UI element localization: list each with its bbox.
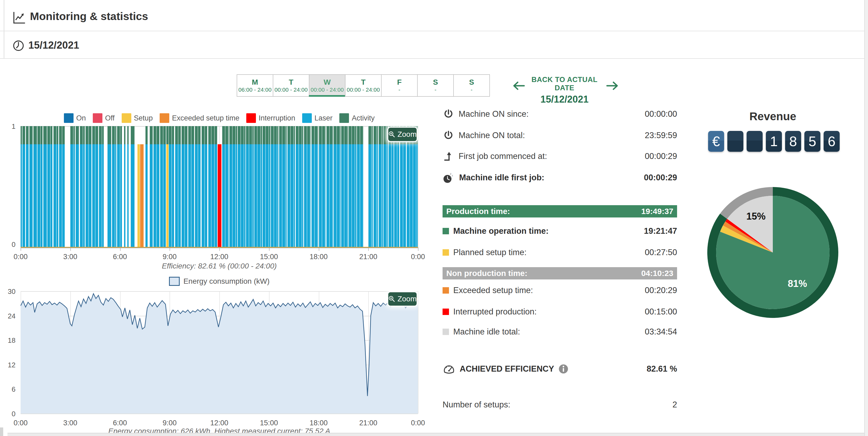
legend-label: Activity <box>352 114 375 122</box>
timeline-zoom-button[interactable]: Zoom <box>388 128 416 141</box>
week-day-2-w[interactable]: W00:00 - 24:00 <box>309 74 345 97</box>
legend-item-on: On <box>64 113 86 123</box>
stat-label: Interrupted production: <box>453 307 537 316</box>
legend-item-activity: Activity <box>339 113 375 123</box>
energy-zoom-button[interactable]: Zoom <box>388 292 416 306</box>
x-tick-label: 9:00 <box>163 419 177 427</box>
legend-swatch <box>246 113 256 123</box>
legend-item-exceeded-setup-time: Exceeded setup time <box>160 113 239 123</box>
week-day-hours: - <box>435 87 436 93</box>
back-to-actual-date-label: BACK TO ACTUAL DATE <box>528 76 601 92</box>
banner-label: Non production time: <box>446 269 527 278</box>
x-tick-label: 15:00 <box>260 253 278 261</box>
gauge-icon <box>442 363 455 375</box>
week-day-letter: F <box>397 78 402 87</box>
state-segment-p <box>208 126 217 248</box>
x-tick-label: 3:00 <box>63 253 77 261</box>
time-distribution-pie-chart <box>706 186 840 319</box>
idle-clock-icon: z z z <box>442 171 455 184</box>
week-day-6-s[interactable]: S- <box>453 74 490 97</box>
state-segment-p <box>107 126 111 248</box>
state-segment-p <box>23 126 25 248</box>
x-tick-label: 15:00 <box>260 419 278 427</box>
legend-item-laser: Laser <box>302 113 333 123</box>
stat-row-interrupted-production: Interrupted production: 00:15:00 <box>442 306 677 317</box>
legend-swatch <box>64 113 73 123</box>
x-tick-label: 3:00 <box>63 419 77 427</box>
vertical-scrollbar[interactable] <box>864 0 868 436</box>
pie-label-production: 81% <box>788 278 807 289</box>
page-title: Monitoring & statistics <box>30 10 148 23</box>
timeline-x-labels: 0:003:006:009:0012:0015:0018:0021:000:00 <box>21 253 418 262</box>
state-segment-p <box>374 126 378 248</box>
setup-baseline <box>21 247 418 248</box>
x-tick-label: 0:00 <box>411 419 425 427</box>
state-segment-p <box>175 126 181 248</box>
stat-value: 00:15:00 <box>645 307 677 316</box>
week-day-hours: - <box>471 87 472 93</box>
info-icon[interactable] <box>558 364 568 374</box>
legend-item-setup: Setup <box>122 113 153 123</box>
pie-label-idle: 15% <box>746 211 766 222</box>
stat-value: 00:00:29 <box>644 173 677 182</box>
state-segment-p <box>127 126 129 248</box>
next-day-arrow-icon[interactable] <box>606 80 619 91</box>
axis-tick <box>319 248 319 251</box>
week-day-0-m[interactable]: M06:00 - 24:00 <box>237 74 273 97</box>
back-to-actual-date-button[interactable]: BACK TO ACTUAL DATE 15/12/2021 <box>528 76 601 105</box>
stat-row-machine-operation-time: Machine operation time: 19:21:47 <box>442 225 677 237</box>
state-segment-p <box>146 126 148 248</box>
x-tick-label: 18:00 <box>310 253 328 261</box>
axis-tick <box>120 248 121 251</box>
state-segment-r <box>218 126 221 248</box>
previous-day-arrow-icon[interactable] <box>513 80 525 91</box>
state-segment-p <box>202 126 208 248</box>
state-segment-p <box>319 126 326 248</box>
energy-y-tick-label: 30 <box>5 288 16 296</box>
legend-label: On <box>76 114 86 122</box>
x-tick-label: 21:00 <box>359 419 377 427</box>
week-day-letter: T <box>361 78 366 87</box>
energy-chart <box>21 291 418 413</box>
week-day-1-t[interactable]: T00:00 - 24:00 <box>273 74 309 97</box>
operation-color-chip <box>442 228 449 234</box>
week-day-hours: 00:00 - 24:00 <box>275 87 308 93</box>
state-segment-p <box>188 126 194 248</box>
state-segment-sc <box>166 126 168 248</box>
energy-y-tick-label: 12 <box>5 361 16 369</box>
week-day-letter: M <box>252 78 258 87</box>
state-segment-p <box>37 126 42 248</box>
stat-value: 19:21:47 <box>644 226 677 236</box>
state-segment-p <box>271 126 278 248</box>
x-tick-label: 12:00 <box>210 419 228 427</box>
scrollbar-corner <box>0 428 3 436</box>
stat-value: 82.61 % <box>647 364 677 374</box>
stat-row-achieved-efficiency: ACHIEVED EFFICIENCY 82.61 % <box>442 362 677 376</box>
stat-label: Machine operation time: <box>453 226 549 236</box>
legend-label: Laser <box>314 114 333 122</box>
state-segment-p <box>287 126 295 248</box>
state-segment-p <box>369 126 373 248</box>
week-day-5-s[interactable]: S- <box>417 74 454 97</box>
revenue-digit-tile <box>747 131 763 152</box>
x-tick-label: 18:00 <box>310 419 328 427</box>
week-day-4-f[interactable]: F- <box>381 74 418 97</box>
exceeded-setup-color-chip <box>442 287 449 294</box>
legend-label: Setup <box>134 114 153 122</box>
non-production-time-banner: Non production time: 04:10:23 <box>442 267 677 279</box>
svg-text:z: z <box>450 172 452 175</box>
state-segment-p <box>296 126 303 248</box>
timeline-y-min: 0 <box>5 240 16 249</box>
state-segment-p <box>29 126 33 248</box>
gridline <box>418 291 418 413</box>
state-segment-p <box>379 126 383 248</box>
stat-row-planned-setup-time: Planned setup time: 00:27:50 <box>442 246 677 258</box>
week-day-3-t[interactable]: T00:00 - 24:00 <box>345 74 381 97</box>
stat-value: 00:27:50 <box>645 248 677 257</box>
horizontal-scrollbar[interactable] <box>7 433 864 436</box>
state-segment-p <box>407 126 418 248</box>
state-segment-p <box>394 126 399 248</box>
state-segment-p <box>59 126 64 248</box>
state-segment-p <box>160 126 166 248</box>
legend-swatch <box>339 113 349 123</box>
